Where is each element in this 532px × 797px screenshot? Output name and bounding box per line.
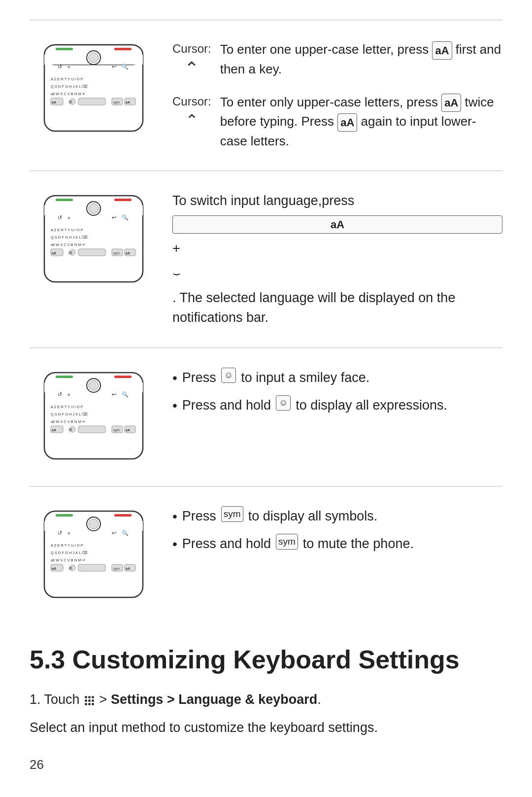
cursor-word-2: Cursor: <box>172 93 211 110</box>
svg-text:aA: aA <box>52 101 56 104</box>
cursor-symbol-1: ⌃ <box>184 60 199 77</box>
page-content: ↺ ≡ ↩ 🔍 A Z E R T Y U I O P Q S D F G H … <box>30 20 502 772</box>
page-number: 26 <box>30 757 502 772</box>
keyboard-diagram-1: ↺ ≡ ↩ 🔍 A Z E R T Y U I O P Q S D F G H … <box>30 40 158 139</box>
svg-text:🔍: 🔍 <box>122 63 129 70</box>
smiley-bullet-list: Press ☺ to input a smiley face. Press an… <box>172 368 502 423</box>
svg-rect-62 <box>78 426 105 433</box>
svg-rect-47 <box>56 376 73 378</box>
cursor-word-1: Cursor: <box>172 40 211 58</box>
sym-bullet-2: Press and hold sym to mute the phone. <box>172 534 502 554</box>
svg-text:aA: aA <box>126 101 130 104</box>
section-number: 5.3 <box>30 645 65 674</box>
keyboard-row-1: ↺ ≡ ↩ 🔍 A Z E R T Y U I O P Q S D F G H … <box>30 20 502 171</box>
svg-text:@: @ <box>68 100 72 104</box>
svg-text:sym: sym <box>113 101 120 104</box>
section-heading: 5.3 Customizing Keyboard Settings <box>30 644 502 675</box>
smiley-key-1: ☺ <box>221 368 236 383</box>
svg-text:A  Z  E  R  T  Y  U  I  O  P: A Z E R T Y U I O P <box>51 228 83 232</box>
language-switch-text: To switch input language,press aA + ⌣ . … <box>172 191 502 328</box>
keyboard-row-4: ↺ ≡ ↩ 🔍 A Z E R T Y U I O P Q S D F G H … <box>30 486 502 624</box>
grid-icon <box>85 696 94 705</box>
svg-text:Q  S  D  F  G  H  J  K  L  ⌫: Q S D F G H J K L ⌫ <box>51 412 87 416</box>
aa-key-lang: aA <box>172 215 502 234</box>
svg-text:@: @ <box>68 566 72 570</box>
section-title: Customizing Keyboard Settings <box>72 645 460 674</box>
aa-key-1: aA <box>432 41 452 60</box>
aa-key-3: aA <box>337 113 357 132</box>
svg-rect-84 <box>78 564 105 571</box>
svg-point-28 <box>89 204 99 213</box>
svg-text:↩: ↩ <box>112 64 116 69</box>
sym-bullet-1: Press sym to display all symbols. <box>172 506 502 527</box>
keyboard-diagram-4: ↺ ≡ ↩ 🔍 A Z E R T Y U I O P Q S D F G H … <box>30 506 158 605</box>
instruction-1: 1. Touch > Settings > Language & keyboar… <box>30 690 502 710</box>
smiley-text: Press ☺ to input a smiley face. Press an… <box>172 368 502 423</box>
svg-text:↺: ↺ <box>58 64 62 69</box>
cursor-text-area-1: Cursor: ⌃ To enter one upper-case letter… <box>172 40 502 151</box>
svg-text:aA: aA <box>126 567 130 570</box>
svg-rect-70 <box>114 514 132 517</box>
svg-rect-26 <box>114 199 132 201</box>
sym-key-1: sym <box>221 506 243 522</box>
cursor-desc-1: To enter one upper-case letter, press aA… <box>220 40 502 79</box>
svg-rect-48 <box>114 376 132 378</box>
svg-text:A  Z  E  R  T  Y  U  I  O  P: A Z E R T Y U I O P <box>51 543 83 548</box>
keyboard-row-3: ↺ ≡ ↩ 🔍 A Z E R T Y U I O P Q S D F G H … <box>30 347 502 486</box>
svg-text:Q  S  D  F  G  H  J  K  L  ⌫: Q S D F G H J K L ⌫ <box>51 551 87 555</box>
svg-text:↺: ↺ <box>58 530 62 536</box>
svg-rect-40 <box>78 249 105 256</box>
svg-text:@: @ <box>68 250 72 255</box>
svg-text:≡: ≡ <box>67 392 70 397</box>
svg-text:alt  W  X  C  V  B  N  M  ↵: alt W X C V B N M ↵ <box>51 558 86 562</box>
svg-point-50 <box>89 381 99 390</box>
svg-text:≡: ≡ <box>67 215 70 220</box>
svg-text:🔍: 🔍 <box>122 529 129 536</box>
keyboard-diagram-2: ↺ ≡ ↩ 🔍 A Z E R T Y U I O P Q S D F G H … <box>30 191 158 289</box>
svg-text:🔍: 🔍 <box>122 391 129 398</box>
cursor-symbol-2: ⌃ <box>185 112 199 128</box>
cursor-desc-2: To enter only upper-case letters, press … <box>220 93 502 151</box>
sym-bullet-list: Press sym to display all symbols. Press … <box>172 506 502 561</box>
aa-key-2: aA <box>441 94 461 112</box>
svg-text:🔍: 🔍 <box>122 214 129 221</box>
svg-rect-3 <box>56 48 73 50</box>
cursor-label-2: Cursor: ⌃ <box>172 93 211 128</box>
cursor-block-1: Cursor: ⌃ To enter one upper-case letter… <box>172 40 502 151</box>
instruction-2-text: Select an input method to customize the … <box>30 720 378 735</box>
svg-text:alt  W  X  C  V  B  N  M  ↵: alt W X C V B N M ↵ <box>51 92 86 96</box>
svg-text:↩: ↩ <box>112 214 116 220</box>
svg-text:Q  S  D  F  G  H  J  K  L  ⌫: Q S D F G H J K L ⌫ <box>51 235 87 240</box>
keyboard-row-2: ↺ ≡ ↩ 🔍 A Z E R T Y U I O P Q S D F G H … <box>30 171 502 347</box>
svg-text:aA: aA <box>52 428 56 432</box>
svg-rect-25 <box>56 199 73 201</box>
svg-rect-18 <box>78 98 105 105</box>
svg-text:≡: ≡ <box>67 531 70 536</box>
svg-point-6 <box>89 53 99 63</box>
cursor-entry-1: Cursor: ⌃ To enter one upper-case letter… <box>172 40 502 79</box>
sym-text: Press sym to display all symbols. Press … <box>172 506 502 561</box>
svg-rect-4 <box>114 48 132 50</box>
cursor-label-1: Cursor: ⌃ <box>172 40 211 77</box>
svg-text:↺: ↺ <box>58 391 62 397</box>
sym-key-2: sym <box>276 534 298 550</box>
svg-text:↺: ↺ <box>58 214 62 220</box>
svg-text:sym: sym <box>113 428 120 432</box>
cursor-entry-2: Cursor: ⌃ To enter only upper-case lette… <box>172 93 502 151</box>
svg-text:Q  S  D  F  G  H  J  K  L  ⌫: Q S D F G H J K L ⌫ <box>51 84 87 89</box>
svg-text:aA: aA <box>52 251 56 255</box>
svg-text:sym: sym <box>113 251 120 255</box>
svg-text:≡: ≡ <box>67 65 70 69</box>
svg-text:aA: aA <box>52 567 56 570</box>
svg-point-72 <box>89 519 99 529</box>
svg-text:aA: aA <box>126 251 130 255</box>
keyboard-diagram-3: ↺ ≡ ↩ 🔍 A Z E R T Y U I O P Q S D F G H … <box>30 368 158 466</box>
smiley-bullet-1: Press ☺ to input a smiley face. <box>172 368 502 388</box>
smiley-key-2: ☺ <box>276 395 291 411</box>
svg-text:alt  W  X  C  V  B  N  M  ↵: alt W X C V B N M ↵ <box>51 243 86 247</box>
svg-text:↩: ↩ <box>112 530 116 536</box>
svg-text:sym: sym <box>113 567 120 571</box>
svg-rect-69 <box>56 514 73 517</box>
settings-path: Settings > Language & keyboard <box>111 692 317 707</box>
svg-text:alt  W  X  C  V  B  N  M  ↵: alt W X C V B N M ↵ <box>51 419 86 424</box>
